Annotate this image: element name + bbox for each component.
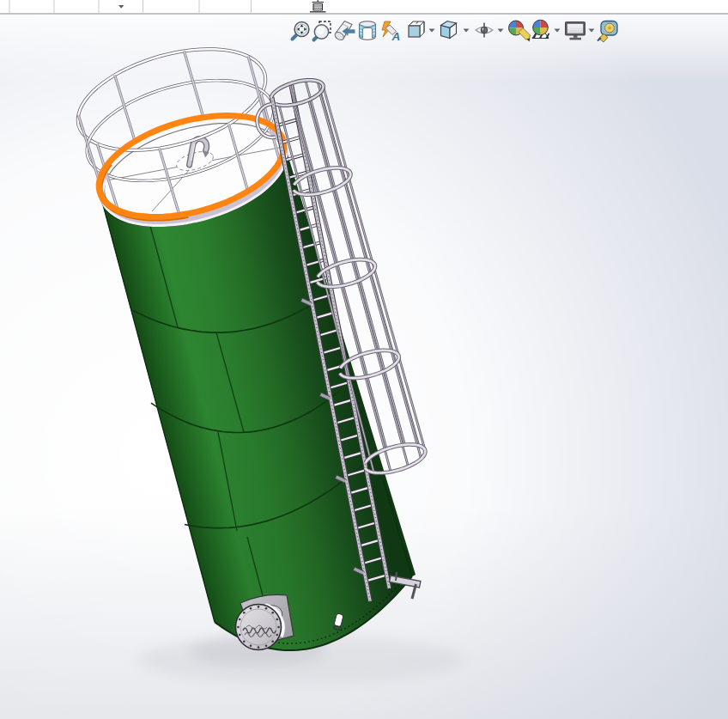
svg-text:A: A [391, 30, 401, 43]
